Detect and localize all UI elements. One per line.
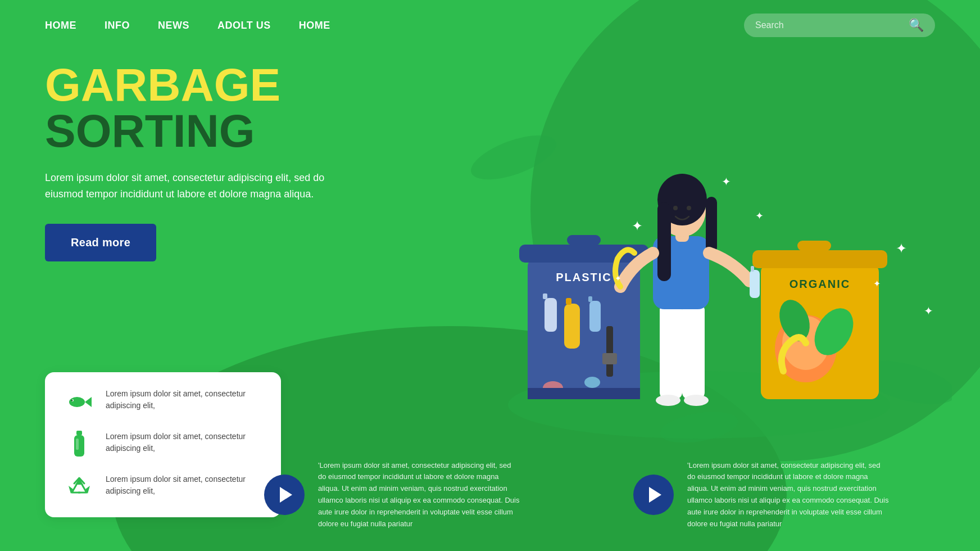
read-more-button[interactable]: Read more — [45, 224, 156, 261]
svg-point-0 — [69, 397, 85, 407]
video-text-2: 'Lorem ipsum dolor sit amet, consectetur… — [687, 460, 890, 530]
svg-text:✦: ✦ — [873, 279, 881, 288]
svg-point-23 — [584, 377, 600, 388]
svg-text:✦: ✦ — [722, 175, 731, 188]
svg-rect-47 — [751, 266, 754, 272]
svg-rect-27 — [797, 241, 831, 251]
illustration-area: PLASTIC ORGANIC — [446, 45, 952, 484]
svg-text:ORGANIC: ORGANIC — [790, 278, 850, 290]
fish-icon — [65, 388, 93, 416]
search-bar[interactable]: 🔍 — [744, 13, 935, 37]
svg-rect-16 — [564, 304, 580, 349]
svg-point-36 — [656, 395, 680, 406]
info-text-3: Lorem ipsum dolor sit amet, consectetur … — [106, 473, 246, 497]
play-button-2[interactable] — [633, 475, 674, 515]
svg-rect-19 — [588, 296, 592, 302]
svg-rect-34 — [660, 304, 682, 399]
main-illustration: PLASTIC ORGANIC — [446, 45, 952, 484]
info-item-3: Lorem ipsum dolor sit amet, consectetur … — [65, 473, 261, 502]
svg-text:✦: ✦ — [755, 210, 764, 222]
svg-text:✦: ✦ — [615, 274, 621, 283]
recycle-icon — [65, 473, 93, 502]
info-text-2: Lorem ipsum dolor sit amet, consectetur … — [106, 431, 246, 454]
page-title: GARBAGE SORTING — [45, 62, 393, 154]
navigation: HOME INFO NEWS ADOLT US HOME 🔍 — [0, 0, 980, 51]
nav-link-home2[interactable]: HOME — [299, 20, 330, 31]
svg-rect-4 — [74, 435, 84, 457]
svg-rect-46 — [750, 270, 760, 298]
svg-point-37 — [684, 395, 709, 406]
svg-rect-12 — [567, 235, 601, 245]
svg-rect-35 — [682, 304, 705, 399]
svg-point-44 — [673, 206, 678, 210]
svg-text:✦: ✦ — [632, 218, 643, 233]
play-button-1[interactable] — [264, 475, 305, 515]
svg-rect-3 — [76, 431, 82, 435]
search-icon: 🔍 — [909, 18, 924, 33]
info-item-1: Lorem ipsum dolor sit amet, consectetur … — [65, 388, 261, 416]
svg-rect-17 — [566, 298, 571, 305]
nav-link-about[interactable]: ADOLT US — [217, 20, 271, 31]
nav-link-info[interactable]: INFO — [105, 20, 130, 31]
svg-rect-26 — [752, 250, 887, 268]
svg-rect-15 — [543, 293, 547, 299]
info-item-2: Lorem ipsum dolor sit amet, consectetur … — [65, 431, 261, 459]
play-icon-2 — [649, 487, 661, 503]
svg-rect-21 — [602, 353, 617, 364]
search-input[interactable] — [755, 20, 902, 30]
bottom-section: 'Lorem ipsum dolor sit amet, consectetur… — [242, 439, 980, 551]
video-text-1: 'Lorem ipsum dolor sit amet, consectetur… — [318, 460, 520, 530]
svg-rect-18 — [589, 301, 601, 332]
play-icon-1 — [280, 487, 292, 503]
svg-text:PLASTIC: PLASTIC — [556, 271, 612, 283]
svg-rect-42 — [657, 202, 671, 281]
hero-section: GARBAGE SORTING Lorem ipsum dolor sit am… — [45, 62, 393, 261]
svg-rect-20 — [606, 326, 613, 377]
svg-rect-14 — [545, 298, 557, 332]
hero-description: Lorem ipsum dolor sit amet, consectetur … — [45, 170, 348, 202]
video-block-1: 'Lorem ipsum dolor sit amet, consectetur… — [242, 449, 611, 541]
svg-point-6 — [466, 126, 562, 188]
svg-rect-5 — [76, 439, 79, 450]
svg-point-45 — [687, 206, 691, 210]
svg-text:✦: ✦ — [924, 305, 933, 317]
video-block-2: 'Lorem ipsum dolor sit amet, consectetur… — [611, 449, 980, 541]
title-word1: GARBAGE — [45, 59, 280, 110]
svg-text:✦: ✦ — [896, 241, 907, 256]
bottle-icon — [65, 431, 93, 459]
svg-rect-24 — [528, 388, 640, 399]
svg-rect-43 — [706, 197, 717, 253]
nav-links: HOME INFO NEWS ADOLT US HOME — [45, 20, 330, 31]
svg-point-2 — [71, 400, 73, 401]
info-text-1: Lorem ipsum dolor sit amet, consectetur … — [106, 388, 246, 412]
nav-link-news[interactable]: NEWS — [158, 20, 189, 31]
title-word2: SORTING — [45, 105, 255, 156]
nav-link-home1[interactable]: HOME — [45, 20, 76, 31]
